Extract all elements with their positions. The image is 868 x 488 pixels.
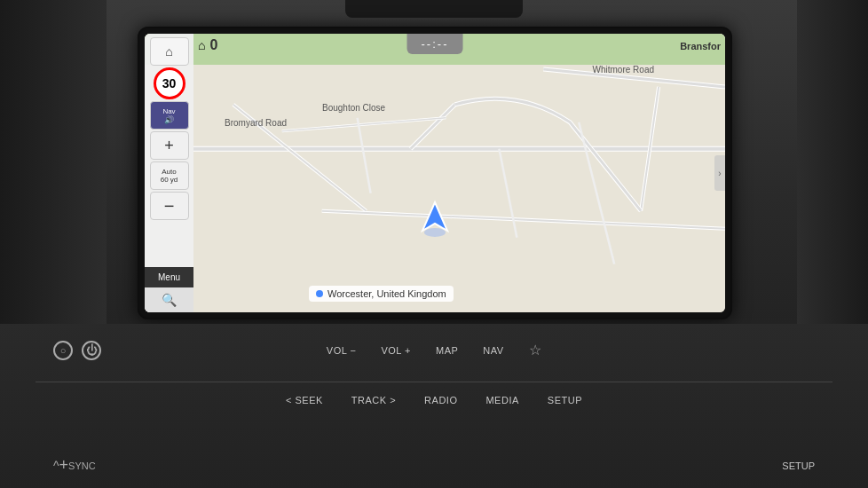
distance-value: 0 xyxy=(209,37,217,53)
nav-arrow xyxy=(417,199,453,241)
scroll-indicator[interactable]: › xyxy=(714,155,725,191)
radio-button[interactable]: RADIO xyxy=(424,395,457,405)
bromyard-road-label: Bromyard Road xyxy=(225,118,287,128)
search-button[interactable]: 🔍 xyxy=(145,287,193,312)
controls-area: ○ ⏻ VOL − VOL + MAP NAV ☆ < SEEK TRACK >… xyxy=(0,324,868,488)
power-circle-icon: ○ xyxy=(53,341,73,360)
media-button[interactable]: MEDIA xyxy=(485,395,518,405)
map-roads-svg xyxy=(145,34,725,309)
controls-row1: ○ ⏻ VOL − VOL + MAP NAV ☆ xyxy=(0,342,868,358)
favorite-button[interactable]: ☆ xyxy=(529,342,542,358)
vol-down-label: VOL − xyxy=(327,345,357,356)
seek-prev-button[interactable]: < SEEK xyxy=(286,395,323,405)
bransford-label: Bransfor xyxy=(680,41,721,51)
auto-label: Auto xyxy=(162,168,176,176)
home-icon-map: ⌂ xyxy=(198,38,205,52)
speed-limit-value: 30 xyxy=(162,76,177,91)
vol-up-label: VOL + xyxy=(381,345,411,356)
location-bar: Worcester, United Kingdom xyxy=(309,286,454,302)
radio-label: RADIO xyxy=(424,395,457,405)
svg-line-5 xyxy=(411,105,455,149)
setup-bottom-button[interactable]: SETUP xyxy=(782,460,815,471)
nav-volume-button[interactable]: Nav 🔊 xyxy=(150,101,189,130)
home-icon: ⌂ xyxy=(165,44,172,59)
map-button[interactable]: MAP xyxy=(436,345,458,356)
svg-marker-18 xyxy=(422,202,447,231)
setup-label: SETUP xyxy=(548,395,582,405)
speed-limit-badge: 30 xyxy=(154,67,185,99)
eta-value: --:-- xyxy=(422,37,449,51)
track-next-button[interactable]: TRACK > xyxy=(351,395,396,405)
bottom-row: ^ + SYNC SETUP xyxy=(0,456,868,475)
auto-distance-button[interactable]: Auto 60 yd xyxy=(150,161,189,190)
map-screen: --:-- Bransfor Whitmore Road Bromyard Ro… xyxy=(145,34,725,312)
eta-display: --:-- xyxy=(407,34,463,54)
volume-icon: 🔊 xyxy=(164,115,174,124)
track-next-label: TRACK > xyxy=(351,395,396,405)
nav-button-label: NAV xyxy=(483,345,503,356)
location-text: Worcester, United Kingdom xyxy=(327,288,446,299)
sidebar-bottom: Menu 🔍 xyxy=(145,267,193,312)
svg-line-15 xyxy=(499,149,517,238)
up-arrow-button[interactable]: ^ xyxy=(53,459,59,473)
map-sidebar: ⌂ 30 Nav 🔊 + Auto 60 yd − xyxy=(145,34,193,312)
sync-button[interactable]: SYNC xyxy=(68,460,96,471)
zoom-in-button[interactable]: + xyxy=(150,131,189,160)
controls-row2: < SEEK TRACK > RADIO MEDIA SETUP xyxy=(0,395,868,405)
zoom-out-icon: − xyxy=(164,196,175,216)
nav-button[interactable]: NAV xyxy=(483,345,503,356)
search-icon: 🔍 xyxy=(162,293,177,307)
svg-line-14 xyxy=(358,118,371,193)
seek-prev-label: < SEEK xyxy=(286,395,323,405)
whitmore-road-label: Whitmore Road xyxy=(593,65,654,75)
vent-top xyxy=(345,0,523,18)
svg-line-11 xyxy=(322,211,725,229)
svg-point-17 xyxy=(424,228,446,237)
map-label: MAP xyxy=(436,345,458,356)
nav-label: Nav xyxy=(162,107,175,115)
screen-bezel: --:-- Bransfor Whitmore Road Bromyard Ro… xyxy=(138,27,732,319)
menu-button[interactable]: Menu xyxy=(145,267,193,287)
boughton-close-label: Boughton Close xyxy=(322,103,385,113)
power-button[interactable]: ⏻ xyxy=(82,341,101,360)
controls-divider xyxy=(36,382,832,382)
map-header: ⌂ 0 xyxy=(198,37,217,53)
auto-dist-value: 60 yd xyxy=(161,176,178,184)
svg-line-16 xyxy=(579,122,614,264)
svg-line-13 xyxy=(282,118,446,131)
home-button[interactable]: ⌂ xyxy=(150,37,189,66)
menu-label: Menu xyxy=(158,272,180,282)
zoom-in-icon: + xyxy=(164,137,174,155)
media-label: MEDIA xyxy=(485,395,518,405)
vol-down-button[interactable]: VOL − xyxy=(327,345,357,356)
vol-up-button[interactable]: VOL + xyxy=(381,345,411,356)
location-dot xyxy=(316,290,323,297)
setup-button[interactable]: SETUP xyxy=(548,395,582,405)
plus-button[interactable]: + xyxy=(59,456,69,475)
zoom-out-button[interactable]: − xyxy=(150,192,189,220)
